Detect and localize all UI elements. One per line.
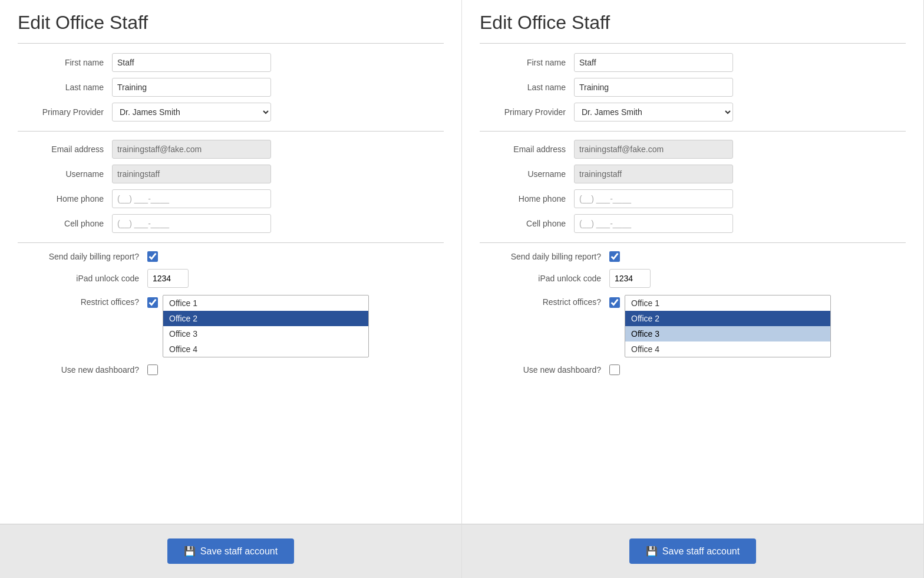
right-email-row: Email address — [480, 140, 906, 159]
right-first-name-input[interactable] — [574, 53, 733, 72]
left-billing-checkbox[interactable] — [147, 251, 158, 262]
right-panel: Edit Office Staff First name Last name P… — [462, 0, 924, 578]
left-homephone-row: Home phone — [18, 189, 444, 208]
left-office-1[interactable]: Office 1 — [163, 295, 368, 311]
right-homephone-input[interactable] — [574, 189, 733, 208]
right-provider-label: Primary Provider — [480, 107, 574, 117]
left-dashboard-label: Use new dashboard? — [18, 365, 147, 375]
left-restrict-checkbox[interactable] — [147, 297, 158, 308]
right-office-3[interactable]: Office 3 — [625, 326, 830, 341]
left-office-2[interactable]: Office 2 — [163, 311, 368, 326]
right-restrict-row: Restrict offices? Office 1 Office 2 Offi… — [480, 295, 906, 357]
right-homephone-label: Home phone — [480, 194, 574, 203]
left-last-name-label: Last name — [18, 83, 112, 92]
left-save-button[interactable]: 💾 Save staff account — [167, 538, 294, 564]
left-panel: Edit Office Staff First name Last name P… — [0, 0, 462, 578]
right-office-2[interactable]: Office 2 — [625, 311, 830, 326]
left-save-icon: 💾 — [184, 546, 196, 557]
left-billing-row: Send daily billing report? — [18, 251, 444, 262]
right-save-label: Save staff account — [662, 546, 740, 557]
left-ipad-label: iPad unlock code — [18, 274, 147, 283]
right-email-input[interactable] — [574, 140, 733, 159]
right-restrict-checkbox[interactable] — [609, 297, 620, 308]
left-first-name-input[interactable] — [112, 53, 271, 72]
left-homephone-input[interactable] — [112, 189, 271, 208]
left-first-name-row: First name — [18, 53, 444, 72]
right-homephone-row: Home phone — [480, 189, 906, 208]
left-email-label: Email address — [18, 144, 112, 154]
right-first-name-label: First name — [480, 58, 574, 67]
right-ipad-input[interactable] — [609, 269, 651, 288]
left-footer: 💾 Save staff account — [0, 524, 461, 578]
right-office-1[interactable]: Office 1 — [625, 295, 830, 311]
right-provider-select[interactable]: Dr. James Smith — [574, 103, 733, 121]
left-office-list: Office 1 Office 2 Office 3 Office 4 — [163, 295, 369, 357]
left-dashboard-row: Use new dashboard? — [18, 364, 444, 375]
right-cellphone-row: Cell phone — [480, 214, 906, 233]
right-title: Edit Office Staff — [480, 12, 906, 34]
right-username-label: Username — [480, 169, 574, 179]
left-username-label: Username — [18, 169, 112, 179]
left-provider-row: Primary Provider Dr. James Smith — [18, 103, 444, 121]
right-footer: 💾 Save staff account — [462, 524, 923, 578]
right-billing-checkbox[interactable] — [609, 251, 620, 262]
left-office-4[interactable]: Office 4 — [163, 341, 368, 357]
right-cellphone-label: Cell phone — [480, 219, 574, 228]
right-office-list: Office 1 Office 2 Office 3 Office 4 — [625, 295, 831, 357]
right-last-name-row: Last name — [480, 78, 906, 97]
left-office-3[interactable]: Office 3 — [163, 326, 368, 341]
left-ipad-row: iPad unlock code — [18, 269, 444, 288]
left-homephone-label: Home phone — [18, 194, 112, 203]
left-first-name-label: First name — [18, 58, 112, 67]
left-email-input[interactable] — [112, 140, 271, 159]
right-billing-label: Send daily billing report? — [480, 252, 609, 261]
left-cellphone-label: Cell phone — [18, 219, 112, 228]
left-restrict-row: Restrict offices? Office 1 Office 2 Offi… — [18, 295, 444, 357]
right-last-name-input[interactable] — [574, 78, 733, 97]
left-provider-label: Primary Provider — [18, 107, 112, 117]
left-last-name-row: Last name — [18, 78, 444, 97]
right-dashboard-row: Use new dashboard? — [480, 364, 906, 375]
left-username-input[interactable] — [112, 165, 271, 183]
left-cellphone-input[interactable] — [112, 214, 271, 233]
right-username-input[interactable] — [574, 165, 733, 183]
right-save-button[interactable]: 💾 Save staff account — [629, 538, 756, 564]
right-billing-row: Send daily billing report? — [480, 251, 906, 262]
left-billing-label: Send daily billing report? — [18, 252, 147, 261]
right-dashboard-label: Use new dashboard? — [480, 365, 609, 375]
left-restrict-label: Restrict offices? — [18, 295, 147, 307]
right-ipad-row: iPad unlock code — [480, 269, 906, 288]
right-ipad-label: iPad unlock code — [480, 274, 609, 283]
left-cellphone-row: Cell phone — [18, 214, 444, 233]
right-provider-row: Primary Provider Dr. James Smith — [480, 103, 906, 121]
left-provider-select[interactable]: Dr. James Smith — [112, 103, 271, 121]
right-dashboard-checkbox[interactable] — [609, 364, 620, 375]
left-save-label: Save staff account — [200, 546, 278, 557]
left-title: Edit Office Staff — [18, 12, 444, 34]
right-restrict-label: Restrict offices? — [480, 295, 609, 307]
right-last-name-label: Last name — [480, 83, 574, 92]
right-username-row: Username — [480, 165, 906, 183]
right-cellphone-input[interactable] — [574, 214, 733, 233]
left-username-row: Username — [18, 165, 444, 183]
left-dashboard-checkbox[interactable] — [147, 364, 158, 375]
left-last-name-input[interactable] — [112, 78, 271, 97]
right-first-name-row: First name — [480, 53, 906, 72]
right-office-4[interactable]: Office 4 — [625, 341, 830, 357]
right-save-icon: 💾 — [646, 546, 658, 557]
left-ipad-input[interactable] — [147, 269, 189, 288]
right-email-label: Email address — [480, 144, 574, 154]
left-email-row: Email address — [18, 140, 444, 159]
